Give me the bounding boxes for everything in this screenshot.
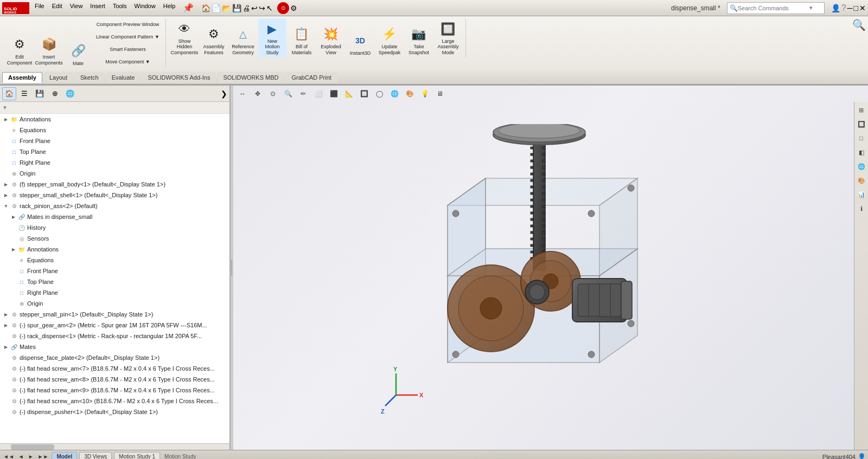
- ribbon-search-icon[interactable]: 🔍: [852, 18, 866, 31]
- tab-addins[interactable]: SOLIDWORKS Add-Ins: [142, 72, 216, 83]
- side-view-btn[interactable]: ⊞: [856, 104, 867, 116]
- nav-first-btn[interactable]: ◄◄: [2, 454, 15, 459]
- tab-layout[interactable]: Layout: [43, 72, 73, 83]
- tree-item-front-plane-sub[interactable]: □Front Plane: [0, 266, 229, 276]
- reference-geometry-btn[interactable]: △ ReferenceGeometry: [229, 18, 257, 57]
- home-icon[interactable]: 🏠: [201, 4, 210, 12]
- expand-stepper-pin[interactable]: ▶: [2, 311, 10, 318]
- tree-item-top-plane[interactable]: □Top Plane: [0, 146, 229, 157]
- nav-prev-btn[interactable]: ◄: [17, 454, 25, 459]
- side-appearances-btn[interactable]: 🔲: [856, 118, 867, 130]
- dxf-mgr-btn[interactable]: ⊕: [48, 87, 62, 100]
- tree-item-right-plane[interactable]: □Right Plane: [0, 157, 229, 168]
- h-scrollbar-thumb[interactable]: [11, 444, 54, 450]
- undo-icon[interactable]: ↩: [251, 4, 258, 12]
- take-snapshot-btn[interactable]: 📷 TakeSnapshot: [405, 18, 433, 57]
- tree-item-right-plane-sub[interactable]: □Right Plane: [0, 287, 229, 298]
- vp-zoom-box-btn[interactable]: 🔍: [281, 87, 295, 100]
- expand-annotations-sub[interactable]: ▶: [10, 245, 17, 253]
- tree-item-origin-sub[interactable]: ⊕Origin: [0, 298, 229, 309]
- vp-display-btn[interactable]: ⬛: [327, 87, 341, 100]
- search-dropdown-icon[interactable]: ▼: [808, 5, 814, 11]
- tab-evaluate[interactable]: Evaluate: [106, 72, 141, 83]
- status-tab-model[interactable]: Model: [52, 452, 77, 459]
- tab-grabcad[interactable]: GrabCAD Print: [285, 72, 337, 83]
- menu-edit[interactable]: Edit: [49, 2, 66, 14]
- tree-item-spur-gear[interactable]: ▶⚙(-) spur_gear_am<2> (Metric - Spur gea…: [0, 320, 229, 331]
- redo-icon[interactable]: ↪: [259, 4, 265, 12]
- menu-view[interactable]: View: [67, 2, 86, 14]
- tree-item-rack-pinion[interactable]: ▼⚙rack_pinion_ass<2> (Default): [0, 201, 229, 211]
- save-icon[interactable]: 💾: [232, 4, 241, 12]
- exploded-view-btn[interactable]: 💥 ExplodedView: [317, 18, 345, 57]
- side-realview-btn[interactable]: 🌐: [856, 160, 867, 172]
- side-colorscheme-btn[interactable]: 🎨: [856, 174, 867, 186]
- assembly-features-btn[interactable]: ⚙ AssemblyFeatures: [200, 18, 228, 57]
- config-mgr-btn[interactable]: 💾: [33, 87, 47, 100]
- tree-item-history[interactable]: 🕐History: [0, 222, 229, 233]
- select-icon[interactable]: ↖: [266, 4, 273, 12]
- tree-item-dispense-pusher[interactable]: ⚙(-) dispense_pusher<1> (Default<_Displa…: [0, 406, 229, 417]
- show-hidden-btn[interactable]: 👁 ShowHiddenComponents: [170, 18, 199, 57]
- tree-item-mates-in[interactable]: ▶🔗Mates in dispense_small: [0, 211, 229, 222]
- bill-of-materials-btn[interactable]: 📋 Bill ofMaterials: [288, 18, 316, 57]
- vp-scene-btn[interactable]: 🖥: [433, 87, 447, 100]
- menu-file[interactable]: File: [31, 2, 48, 14]
- linear-component-btn[interactable]: Linear Component Pattern ▼: [93, 31, 162, 43]
- expand-stepper-body[interactable]: ▶: [2, 180, 10, 188]
- new-motion-study-btn[interactable]: ▶ NewMotionStudy: [258, 18, 286, 57]
- tree-item-stepper-body[interactable]: ▶⚙(f) stepper_small_body<1> (Default<_Di…: [0, 179, 229, 190]
- vp-shadows-btn[interactable]: 💡: [418, 87, 432, 100]
- tree-item-annotations[interactable]: ▶📁Annotations: [0, 114, 229, 125]
- expand-rack-pinion[interactable]: ▼: [2, 202, 10, 210]
- tree-item-flat-screw10[interactable]: ⚙(-) flat head screw_am<10> (B18.6.7M - …: [0, 396, 229, 406]
- vp-ref-btn[interactable]: 📐: [342, 87, 356, 100]
- tree-item-stepper-shell[interactable]: ▶⚙stepper_small_shell<1> (Default<_Displ…: [0, 190, 229, 201]
- tree-item-top-plane-sub[interactable]: □Top Plane: [0, 276, 229, 287]
- tree-item-front-plane[interactable]: □Front Plane: [0, 135, 229, 146]
- nav-next-btn[interactable]: ►: [27, 454, 35, 459]
- menu-window[interactable]: Window: [131, 2, 159, 14]
- expand-annotations[interactable]: ▶: [2, 115, 10, 123]
- tree-item-flat-screw9[interactable]: ⚙(-) flat head screw_am<9> (B18.6.7M - M…: [0, 385, 229, 396]
- menu-tools[interactable]: Tools: [110, 2, 130, 14]
- mate-btn[interactable]: 🔗 Mate: [64, 29, 92, 68]
- nav-last-btn[interactable]: ►►: [37, 454, 50, 459]
- open-icon[interactable]: 📂: [222, 4, 231, 12]
- new-icon[interactable]: 📄: [212, 4, 221, 12]
- side-info-btn[interactable]: ℹ: [856, 203, 867, 215]
- vp-hide-btn[interactable]: ◯: [372, 87, 386, 100]
- settings-icon[interactable]: ⚙: [290, 4, 297, 12]
- tree-item-flat-screw8[interactable]: ⚙(-) flat head screw_am<8> (B18.6.7M - M…: [0, 374, 229, 385]
- property-mgr-btn[interactable]: ☰: [17, 87, 31, 100]
- vp-rotate-btn[interactable]: ↔: [235, 87, 250, 100]
- tree-item-flat-screw7[interactable]: ⚙(-) flat head screw_am<7> (B18.6.7M - M…: [0, 363, 229, 374]
- print-icon[interactable]: 🖨: [242, 4, 250, 12]
- component-preview-btn[interactable]: Component Preview Window: [93, 18, 162, 30]
- vp-sketch-btn[interactable]: ✏: [296, 87, 310, 100]
- status-tab-3dviews[interactable]: 3D Views: [79, 452, 112, 459]
- help-icon[interactable]: ?: [841, 3, 846, 13]
- close-icon[interactable]: ✕: [859, 4, 866, 12]
- update-speedpak-btn[interactable]: ⚡ UpdateSpeedpak: [375, 18, 404, 57]
- tab-sketch[interactable]: Sketch: [74, 72, 105, 83]
- expand-panel-icon[interactable]: ❯: [221, 89, 227, 98]
- large-assembly-btn[interactable]: 🔲 LargeAssemblyMode: [434, 18, 462, 57]
- feature-tree-btn[interactable]: 🏠: [2, 87, 16, 100]
- side-decals-btn[interactable]: ◧: [856, 146, 867, 158]
- tab-assembly[interactable]: Assembly: [2, 72, 42, 83]
- rebuild-btn[interactable]: ⊙: [277, 2, 289, 14]
- side-3dcontentcentral-btn[interactable]: 📊: [856, 189, 867, 201]
- tree-item-stepper-pin[interactable]: ▶⚙stepper_small_pin<1> (Default<_Display…: [0, 309, 229, 320]
- vp-realview-btn[interactable]: 🎨: [403, 87, 417, 100]
- expand-mates-in[interactable]: ▶: [10, 213, 17, 221]
- menu-insert[interactable]: Insert: [87, 2, 108, 14]
- search-box[interactable]: 🔍 ▼: [727, 2, 825, 14]
- minimize-icon[interactable]: ─: [847, 4, 853, 12]
- side-scenes-btn[interactable]: □: [856, 132, 867, 144]
- expand-mates[interactable]: ▶: [2, 343, 10, 351]
- tree-item-origin[interactable]: ⊕Origin: [0, 168, 229, 179]
- tab-mbd[interactable]: SOLIDWORKS MBD: [217, 72, 284, 83]
- insert-components-btn[interactable]: 📦 InsertComponents: [35, 29, 63, 68]
- tree-item-equations-sub[interactable]: ≡Equations: [0, 255, 229, 266]
